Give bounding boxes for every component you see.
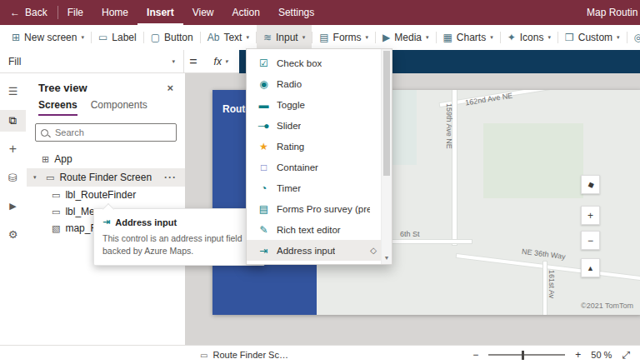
overflow-menu-icon[interactable]: ··· (164, 172, 185, 183)
chevron-down-icon[interactable]: ▾ (33, 174, 41, 181)
menu-insert[interactable]: Insert (138, 0, 183, 25)
ribbon-custom[interactable]: ❒ Custom ▾ (558, 25, 627, 50)
menu-item-address-input[interactable]: ⇥ Address input ◇ (247, 240, 392, 261)
street-label: 162nd Ave NE (465, 92, 513, 107)
map-zoom-out-button[interactable]: − (581, 231, 600, 250)
fit-to-window-icon[interactable]: ⤢ (622, 349, 630, 361)
slider-icon: ─● (257, 120, 269, 132)
tooltip-body: This control is an address input field b… (102, 232, 256, 257)
menu-item-label: Toggle (277, 100, 305, 110)
hamburger-menu-icon[interactable]: ☰ (0, 80, 26, 102)
tooltip-title: Address input (115, 217, 177, 227)
screen-icon: ▭ (200, 351, 208, 360)
zoom-slider-thumb[interactable] (522, 351, 524, 360)
zoom-slider[interactable] (488, 354, 565, 356)
data-icon[interactable]: ⛁ (0, 167, 26, 188)
label-control-icon: ▭ (52, 190, 60, 201)
input-icon: ≋ (263, 32, 272, 42)
menu-item-rating[interactable]: ★ Rating (247, 136, 392, 157)
ribbon-button-control[interactable]: ▢ Button (144, 25, 200, 50)
tab-screens[interactable]: Screens (38, 99, 78, 116)
ribbon-input[interactable]: ≋ Input ▾ (257, 25, 312, 50)
menu-item-forms-pro-survey[interactable]: ▤ Forms Pro survey (preview) (247, 198, 392, 219)
tree-search-box[interactable] (35, 123, 177, 142)
panel-title: Tree view (38, 82, 163, 94)
input-dropdown-menu: ☑ Check box ◉ Radio ▬ Toggle ─● Slider ★… (246, 48, 392, 265)
insert-plus-icon[interactable]: + (0, 138, 26, 160)
menu-item-rich-text-editor[interactable]: ✎ Rich text editor (247, 219, 392, 240)
street-label: 159th Ave NE (445, 103, 453, 149)
ribbon-ai-builder[interactable]: ◎ AI Bui (628, 25, 640, 50)
ribbon-text[interactable]: Ab Text ▾ (201, 25, 256, 50)
media-icon[interactable]: ▶ (0, 195, 26, 217)
map-park-shading (483, 123, 583, 198)
property-selector[interactable]: Fill ▾ (0, 50, 184, 73)
ribbon-label: Charts (457, 32, 486, 43)
ribbon-icons[interactable]: ✦ Icons ▾ (501, 25, 558, 50)
icons-icon: ✦ (508, 32, 516, 42)
menu-item-container[interactable]: □ Container (247, 157, 392, 177)
map-zoom-in-button[interactable]: + (581, 206, 600, 225)
chevron-down-icon: ▾ (172, 58, 175, 65)
tooltip-header: ⇥ Address input (102, 217, 256, 227)
street-label: NE 36th Way (522, 247, 567, 261)
menu-scrollbar[interactable]: ▼ (381, 49, 392, 264)
ribbon-charts[interactable]: ▦ Charts ▾ (437, 25, 500, 50)
street-label: 161st Av (548, 270, 556, 298)
map-pitch-button[interactable]: ▲ (581, 258, 600, 277)
property-name: Fill (8, 56, 172, 67)
menu-item-slider[interactable]: ─● Slider (247, 115, 392, 136)
menu-item-label: Container (277, 162, 318, 172)
tree-item-lbl-routefinder[interactable]: ▭ lbl_RouteFinder (27, 187, 185, 203)
equals-sign: = (184, 50, 202, 73)
menu-item-radio[interactable]: ◉ Radio (247, 73, 392, 94)
fx-selector[interactable]: fx ▾ (202, 50, 239, 73)
tab-components[interactable]: Components (91, 99, 148, 116)
powerapps-studio: ← Back File Home Insert View Action Sett… (0, 0, 640, 364)
container-icon: □ (257, 162, 269, 173)
ribbon-label-control[interactable]: ▭ Label (92, 25, 143, 50)
status-bar: ▭ Route Finder Screen − + 50 % ⤢ (0, 345, 640, 364)
menu-file[interactable]: File (58, 0, 92, 25)
chevron-down-icon: ▾ (246, 34, 249, 41)
tree-view-icon[interactable]: ⧉ (0, 110, 26, 132)
menu-item-toggle[interactable]: ▬ Toggle (247, 94, 392, 115)
menu-item-label: Forms Pro survey (preview) (277, 204, 370, 214)
menu-item-label: Timer (277, 183, 301, 193)
street-label: 6th St (400, 230, 420, 238)
fx-label: fx (214, 56, 222, 67)
ribbon-label: Icons (520, 32, 544, 43)
menu-view[interactable]: View (183, 0, 223, 25)
zoom-out-button[interactable]: − (472, 349, 478, 361)
menu-settings[interactable]: Settings (269, 0, 323, 25)
menu-item-timer[interactable]: ◔ Timer (247, 177, 392, 198)
ribbon-media[interactable]: ▶ Media ▾ (376, 25, 435, 50)
tree-item-route-finder-screen[interactable]: ▾ ▭ Route Finder Screen ··· (27, 168, 185, 187)
ribbon-new-screen[interactable]: ⊞ New screen ▾ (5, 25, 91, 50)
back-button[interactable]: ← Back (0, 7, 58, 18)
advanced-tools-icon[interactable]: ⚙ (0, 223, 26, 245)
menu-item-label: Slider (277, 121, 301, 131)
label-icon: ▭ (98, 32, 108, 42)
menu-item-check-box[interactable]: ☑ Check box (247, 52, 392, 73)
rating-star-icon: ★ (257, 141, 269, 152)
menu-home[interactable]: Home (92, 0, 138, 25)
left-rail: ☰ ⧉ + ⛁ ▶ ⚙ (0, 73, 28, 346)
search-input[interactable] (53, 127, 171, 138)
zoom-in-button[interactable]: + (575, 349, 581, 361)
scrollbar-thumb[interactable] (383, 51, 390, 176)
map-control-icon: ▧ (52, 223, 60, 234)
menu-item-label: Address input (277, 246, 335, 256)
text-icon: Ab (208, 32, 220, 42)
close-icon[interactable]: × (163, 82, 177, 94)
tree-item-app[interactable]: ⊞ App (27, 150, 185, 168)
scroll-down-arrow-icon[interactable]: ▼ (382, 252, 392, 263)
menu-action[interactable]: Action (223, 0, 269, 25)
chevron-down-icon: ▾ (426, 34, 429, 41)
ribbon-forms[interactable]: ▤ Forms ▾ (312, 25, 375, 50)
status-screen-selector[interactable]: ▭ Route Finder Screen (200, 350, 289, 360)
map-compass-button[interactable]: ◆ (581, 175, 600, 194)
ribbon-label: Text (223, 32, 242, 43)
rich-text-editor-icon: ✎ (257, 224, 269, 236)
search-icon (41, 129, 48, 137)
